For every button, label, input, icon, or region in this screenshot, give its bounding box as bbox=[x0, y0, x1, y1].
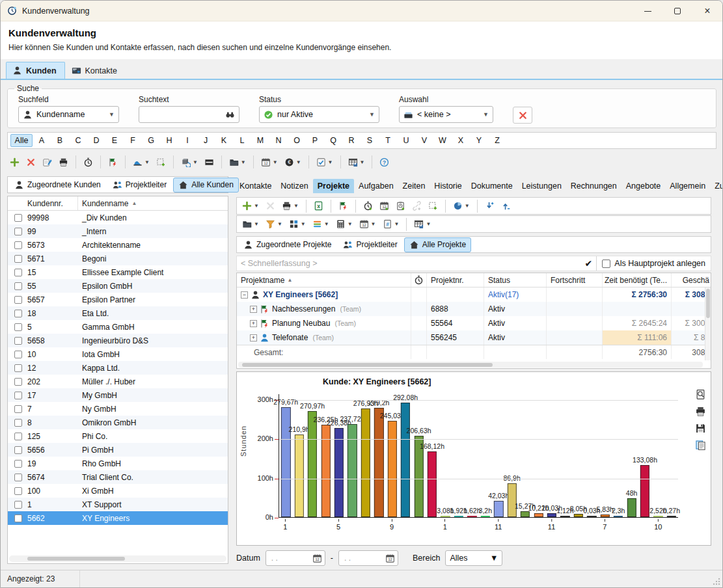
checkbox-button[interactable]: ▼ bbox=[314, 155, 336, 169]
column-zeit-benoetigt[interactable]: Zeit benötigt (Te... bbox=[603, 273, 672, 287]
tab-notizen[interactable]: Notizen bbox=[276, 179, 312, 193]
table-save-button[interactable]: ▼ bbox=[346, 155, 368, 169]
project-row[interactable]: +Planung Neubau(Team)55564AktivΣ 2645:24… bbox=[237, 316, 711, 330]
row-checkbox[interactable] bbox=[8, 378, 23, 386]
tab-projekte[interactable]: Projekte bbox=[313, 179, 354, 193]
clock-add-button[interactable] bbox=[361, 199, 375, 213]
alpha-q[interactable]: Q bbox=[324, 134, 342, 147]
calendar-add-button[interactable]: 12 bbox=[377, 199, 392, 213]
project-vscrollbar[interactable] bbox=[705, 287, 711, 360]
add-button[interactable]: ▼ bbox=[239, 199, 262, 213]
row-checkbox[interactable] bbox=[8, 433, 23, 440]
row-checkbox[interactable] bbox=[8, 487, 23, 495]
confirm-check-icon[interactable]: ✔ bbox=[585, 258, 593, 269]
customer-row[interactable]: 5674Trial Client Co. bbox=[8, 470, 228, 484]
color-lines-button[interactable]: ▼ bbox=[310, 217, 332, 231]
suchtext-input[interactable] bbox=[139, 106, 239, 123]
row-checkbox[interactable] bbox=[8, 269, 23, 276]
table-save-button[interactable]: ▼ bbox=[411, 217, 433, 231]
alpha-k[interactable]: K bbox=[215, 134, 233, 147]
maximize-icon[interactable] bbox=[662, 1, 692, 21]
alpha-o[interactable]: O bbox=[288, 134, 306, 147]
row-checkbox[interactable] bbox=[8, 351, 23, 358]
tab-kontakte[interactable]: Kontakte bbox=[235, 179, 276, 193]
box-sync-button[interactable]: ▼ bbox=[178, 155, 200, 169]
customer-row[interactable]: 202Müller ./. Huber bbox=[8, 375, 228, 388]
flag-run-button[interactable] bbox=[336, 199, 351, 213]
tab-kontakte[interactable]: Kontakte bbox=[65, 62, 126, 79]
column-status[interactable]: Status bbox=[484, 273, 547, 287]
customer-row[interactable]: 99998_Div Kunden bbox=[8, 211, 228, 224]
row-checkbox[interactable] bbox=[8, 310, 23, 317]
filter-zugeordnete-kunden[interactable]: Zugeordnete Kunden bbox=[9, 178, 106, 193]
print-button[interactable]: ▼ bbox=[279, 199, 301, 213]
hash-doc-button[interactable]: #▼ bbox=[380, 217, 402, 231]
tab-zusat[interactable]: Zusat▼ bbox=[710, 179, 723, 193]
tab-aufgaben[interactable]: Aufgaben bbox=[354, 179, 398, 193]
row-checkbox[interactable] bbox=[8, 446, 23, 454]
arrow-down-plus-button[interactable] bbox=[482, 199, 497, 213]
calendar-icon[interactable]: 12 bbox=[312, 554, 322, 563]
alpha-l[interactable]: L bbox=[233, 134, 251, 147]
customer-row[interactable]: 17My GmbH bbox=[8, 388, 228, 402]
alpha-z[interactable]: Z bbox=[488, 134, 506, 147]
expand-icon[interactable]: + bbox=[250, 334, 257, 341]
alpha-p[interactable]: P bbox=[306, 134, 324, 147]
customer-row[interactable]: 5662XY Engineers bbox=[8, 511, 228, 525]
tab-historie[interactable]: Historie bbox=[430, 179, 466, 193]
expand-icon[interactable]: + bbox=[250, 306, 257, 313]
timer-button[interactable] bbox=[81, 155, 96, 169]
print-button[interactable] bbox=[695, 406, 706, 417]
customer-row[interactable]: 18Eta Ltd. bbox=[8, 306, 228, 320]
customer-row[interactable]: 55Epsilon GmbH bbox=[8, 279, 228, 293]
customer-row[interactable]: 5656Pi GmbH bbox=[8, 443, 228, 457]
calendar-button[interactable]: 12▼ bbox=[357, 217, 379, 231]
row-checkbox[interactable] bbox=[8, 460, 23, 468]
customer-row[interactable]: 5673Architektenname bbox=[8, 238, 228, 252]
clear-selection-button[interactable] bbox=[513, 107, 532, 124]
edit-button[interactable] bbox=[40, 155, 55, 169]
clipboard-clock-button[interactable] bbox=[393, 199, 408, 213]
tab-angebote[interactable]: Angebote bbox=[621, 179, 666, 193]
row-checkbox[interactable] bbox=[8, 241, 23, 249]
calendar-button[interactable]: 12▼ bbox=[258, 155, 280, 169]
tab-kunden[interactable]: Kunden bbox=[6, 62, 65, 79]
customer-row[interactable]: 5657Epsilon Partner bbox=[8, 293, 228, 306]
project-row[interactable]: +Telefonate(Team)556245AktivΣ 111:06Σ 80 bbox=[237, 330, 711, 345]
row-checkbox[interactable] bbox=[8, 337, 23, 345]
help-button[interactable]: ? bbox=[377, 155, 392, 169]
alpha-c[interactable]: C bbox=[69, 134, 87, 147]
minimize-icon[interactable] bbox=[633, 1, 662, 21]
calendar-icon[interactable]: 12 bbox=[385, 554, 395, 563]
customer-row[interactable]: 5658Ingenieurbüro D&S bbox=[8, 334, 228, 347]
rows-box-button[interactable] bbox=[202, 155, 217, 169]
row-checkbox[interactable] bbox=[8, 255, 23, 263]
filter-alle-projekte[interactable]: Alle Projekte bbox=[404, 237, 471, 252]
auswahl-select[interactable]: < keine >▼ bbox=[399, 106, 493, 123]
project-hscroll-thumb[interactable] bbox=[242, 363, 493, 367]
row-checkbox[interactable] bbox=[8, 501, 23, 509]
project-hscrollbar[interactable] bbox=[238, 362, 703, 368]
column-timer[interactable] bbox=[411, 273, 427, 287]
pie-button[interactable]: ▼ bbox=[450, 199, 472, 213]
customer-row[interactable]: 12Kappa Ltd. bbox=[8, 361, 228, 375]
close-icon[interactable]: × bbox=[692, 1, 722, 21]
column-projektname[interactable]: Projektname ▲ bbox=[237, 273, 411, 287]
tab-zeiten[interactable]: Zeiten bbox=[398, 179, 430, 193]
add-button[interactable] bbox=[7, 155, 22, 169]
collapse-icon[interactable]: − bbox=[241, 291, 248, 299]
alpha-e[interactable]: E bbox=[105, 134, 124, 147]
delete-gray-button[interactable] bbox=[263, 199, 278, 213]
expand-icon[interactable]: + bbox=[250, 320, 257, 327]
tab-rechnungen[interactable]: Rechnungen bbox=[566, 179, 621, 193]
alpha-w[interactable]: W bbox=[433, 134, 452, 147]
row-checkbox[interactable] bbox=[8, 228, 23, 235]
alpha-h[interactable]: H bbox=[160, 134, 178, 147]
alpha-r[interactable]: R bbox=[342, 134, 361, 147]
row-checkbox[interactable] bbox=[8, 419, 23, 427]
folder-button[interactable]: ▼ bbox=[239, 217, 262, 231]
date-from-input[interactable]: . . 12 bbox=[266, 550, 325, 566]
row-checkbox[interactable] bbox=[8, 405, 23, 413]
alpha-t[interactable]: T bbox=[379, 134, 397, 147]
frame-add-button[interactable] bbox=[426, 199, 441, 213]
